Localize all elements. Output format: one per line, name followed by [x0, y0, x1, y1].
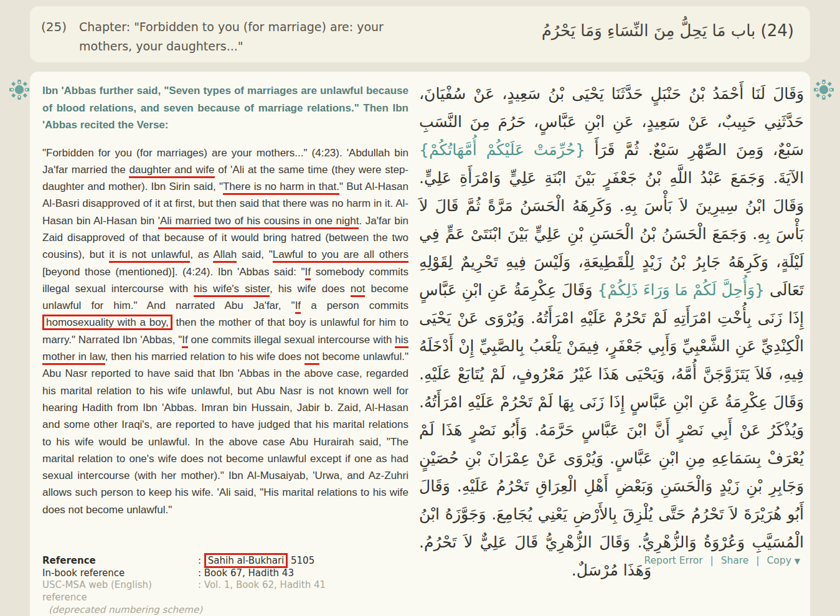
actions-separator: | — [710, 555, 713, 566]
narrator-text: Ibn 'Abbas further said, "Seven types of… — [42, 82, 408, 134]
hadith-card: Ibn 'Abbas further said, "Seven types of… — [30, 72, 810, 616]
copy-label: Copy — [767, 555, 791, 566]
deprecated-numbering-note: (deprecated numbering scheme) — [42, 604, 326, 616]
chapter-heading-english: (25) Chapter: "Forbidden to you (for mar… — [41, 17, 394, 56]
reference-row-uscmsa: USC-MSA web (English) reference : Vol. 1… — [42, 579, 326, 604]
inbook-reference-label: In-book reference — [42, 567, 198, 580]
english-column: Ibn 'Abbas further said, "Seven types of… — [42, 82, 408, 518]
reference-label: Reference — [42, 555, 198, 567]
share-link[interactable]: Share — [721, 555, 749, 566]
reference-block: Reference : Sahih al-Bukhari 5105 In-boo… — [42, 555, 326, 616]
hadith-page: (25) Chapter: "Forbidden to you (for mar… — [0, 0, 840, 616]
uscmsa-reference-label: USC-MSA web (English) reference — [42, 579, 198, 604]
inbook-reference-value: : Book 67, Hadith 43 — [198, 567, 294, 580]
hadith-arabic-text: وَقَالَ لَنَا أَحْمَدُ بْنُ حَنْبَلٍ حَد… — [419, 80, 804, 584]
chapter-number-english: (25) — [41, 17, 67, 56]
hadith-actions: Report Error | Share | Copy ▼ — [644, 555, 800, 566]
chevron-down-icon: ▼ — [795, 557, 800, 566]
copy-dropdown-button[interactable]: Copy ▼ — [767, 555, 801, 566]
actions-separator: | — [756, 555, 759, 566]
uscmsa-reference-value: : Vol. 1, Book 62, Hadith 41 — [198, 579, 326, 604]
report-error-link[interactable]: Report Error — [644, 555, 702, 566]
reference-row-inbook: In-book reference : Book 67, Hadith 43 — [42, 567, 326, 580]
star-ornament-icon-left — [8, 78, 31, 101]
reference-value-link[interactable]: : Sahih al-Bukhari 5105 — [198, 555, 314, 567]
reference-row-main: Reference : Sahih al-Bukhari 5105 — [42, 555, 326, 567]
chapter-heading-arabic: (24) باب مَا يَحِلُّ مِنَ النِّسَاءِ وَم… — [542, 19, 794, 42]
hadith-english-text: "Forbidden for you (for marriages) are y… — [42, 145, 408, 519]
chapter-title-english: Chapter: "Forbidden to you (for marriage… — [79, 17, 394, 56]
star-ornament-icon-right — [813, 78, 835, 101]
chapter-header-bar: (25) Chapter: "Forbidden to you (for mar… — [30, 6, 810, 62]
